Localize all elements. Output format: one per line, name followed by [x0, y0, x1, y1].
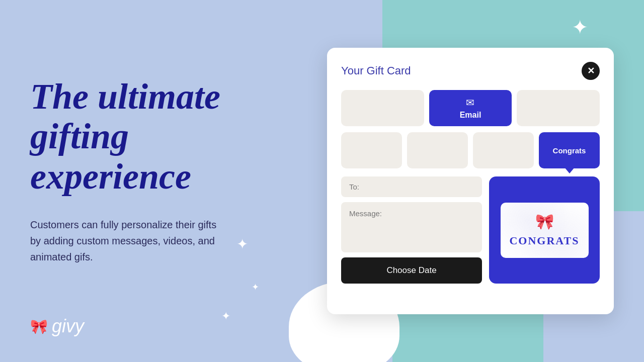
theme-option-1[interactable]	[341, 132, 402, 168]
email-icon: ✉	[466, 97, 474, 109]
modal-header: Your Gift Card ✕	[341, 62, 600, 80]
form-area: Choose Date	[341, 176, 482, 284]
subtitle-text: Customers can fully personalize their gi…	[30, 217, 221, 265]
left-panel: The ultimate gifting experience Customer…	[30, 0, 282, 362]
theme-options-row: Congrats	[341, 132, 600, 168]
theme-congrats-label: Congrats	[553, 146, 586, 155]
gift-card-modal: Your Gift Card ✕ ✉ Email Congrats Choose…	[327, 48, 614, 314]
delivery-option-1[interactable]	[341, 90, 424, 126]
modal-title: Your Gift Card	[341, 64, 411, 77]
gift-card-inner: 🎀 CONGRATS	[501, 203, 589, 258]
congrats-card-text: CONGRATS	[509, 234, 579, 247]
sparkle-top-right-icon: ✦	[572, 18, 589, 38]
delivery-option-email[interactable]: ✉ Email	[429, 90, 512, 126]
choose-date-button[interactable]: Choose Date	[341, 257, 482, 284]
main-title: The ultimate gifting experience	[30, 77, 282, 197]
close-button[interactable]: ✕	[582, 62, 600, 80]
message-input[interactable]	[341, 202, 482, 252]
modal-content: Choose Date 🎀 CONGRATS	[341, 176, 600, 284]
theme-option-congrats[interactable]: Congrats	[539, 132, 600, 168]
email-label: Email	[460, 111, 481, 120]
delivery-options-row: ✉ Email	[341, 90, 600, 126]
theme-option-3[interactable]	[473, 132, 534, 168]
theme-option-2[interactable]	[407, 132, 468, 168]
bow-decoration-icon: 🎀	[535, 213, 554, 230]
delivery-option-3[interactable]	[517, 90, 600, 126]
to-input[interactable]	[341, 176, 482, 197]
gift-card-preview: 🎀 CONGRATS	[489, 176, 600, 284]
